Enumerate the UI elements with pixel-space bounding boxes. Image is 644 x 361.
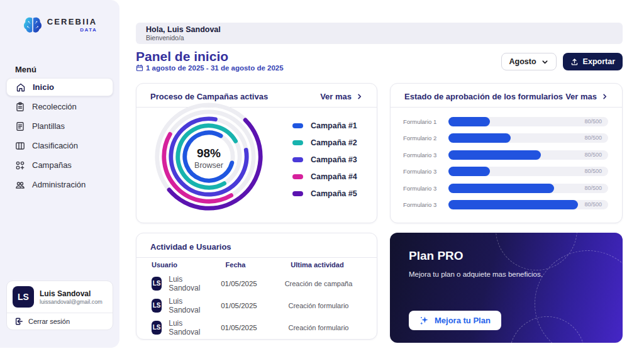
sidebar: CEREBIIA DATA Menú InicioRecolecciónPlan…: [0, 0, 119, 348]
activity-card-header: Actividad e Usuarios: [136, 233, 377, 258]
logout-label: Cerrar sesión: [28, 318, 70, 325]
progress-fill: [448, 150, 541, 160]
sidebar-menu: InicioRecolecciónPlantillasClasificación…: [6, 78, 113, 195]
grid-plus-icon: [15, 160, 25, 170]
upgrade-plan-label: Mejora tu Plan: [435, 316, 491, 325]
chevron-down-icon: [541, 58, 548, 65]
progress-fill: [448, 184, 554, 193]
activity-table-row[interactable]: LSLuis Sandoval01/05/2025Creación formul…: [150, 294, 363, 316]
progress-track: 80/500: [448, 150, 608, 160]
row-activity: Creación de campaña: [274, 280, 363, 287]
chevron-right-icon: [356, 93, 363, 100]
ring-chart-svg: [153, 101, 265, 213]
campaigns-see-more-link[interactable]: Ver mas: [320, 92, 363, 101]
month-filter-value: Agosto: [509, 57, 536, 66]
row-date: 01/05/2025: [204, 302, 274, 309]
progress-fill: [448, 117, 490, 126]
row-avatar: LS: [152, 299, 162, 313]
month-filter-dropdown[interactable]: Agosto: [501, 53, 557, 70]
columns-icon: [15, 141, 25, 151]
page-title: Panel de inicio: [136, 49, 228, 64]
col-usuario: Usuario: [150, 261, 199, 269]
form-progress-row: Formulario 380/500: [403, 197, 608, 214]
legend-item: Campaña #2: [292, 134, 357, 151]
legend-label: Campaña #2: [311, 138, 357, 147]
progress-track: 80/500: [448, 117, 608, 126]
date-range-text: 1 agosto de 2025 - 31 de agosto de 2025: [146, 64, 284, 72]
col-ultima-actividad: Ultima actividad: [272, 261, 363, 269]
plan-pro-card: Plan PRO Mejora tu plan o adquiete mas b…: [390, 233, 623, 343]
sidebar-item-campanas[interactable]: Campañas: [6, 156, 113, 174]
sidebar-item-recoleccion[interactable]: Recolección: [6, 97, 113, 116]
forms-card-header: Estado de aprobación de los formularios …: [391, 84, 622, 108]
row-user: Luis Sandoval: [169, 297, 204, 314]
logout-button[interactable]: Cerrar sesión: [7, 313, 113, 330]
sidebar-item-label: Recolección: [32, 102, 77, 111]
activity-card-title: Actividad e Usuarios: [150, 242, 231, 252]
users-icon: [15, 180, 25, 190]
sidebar-item-plantillas[interactable]: Plantillas: [6, 117, 113, 135]
user-card: LS Luis Sandoval luissandoval@gmail.com …: [6, 280, 113, 330]
legend-item: Campaña #3: [292, 151, 357, 168]
legend-item: Campaña #1: [292, 117, 357, 134]
form-progress-row: Formulario 180/500: [403, 113, 608, 130]
campaigns-legend: Campaña #1Campaña #2Campaña #3Campaña #4…: [292, 117, 357, 202]
legend-swatch: [292, 140, 303, 145]
upgrade-plan-button[interactable]: Mejora tu Plan: [409, 311, 501, 330]
progress-fill: [448, 133, 511, 143]
row-date: 01/05/2025: [204, 280, 274, 287]
forms-bar-chart: Formulario 180/500Formulario 280/500Form…: [403, 113, 608, 213]
progress-value: 80/500: [584, 133, 602, 143]
activity-table-row[interactable]: LSLuis Sandoval01/05/2025Creación de cam…: [150, 272, 363, 294]
document-icon: [15, 121, 25, 131]
sidebar-item-label: Clasificación: [32, 141, 78, 150]
export-label: Exportar: [583, 57, 615, 66]
sidebar-item-clasificacion[interactable]: Clasificación: [6, 136, 113, 155]
progress-track: 80/500: [448, 167, 608, 176]
export-button[interactable]: Exportar: [563, 53, 623, 70]
progress-value: 80/500: [584, 150, 602, 160]
avatar: LS: [13, 286, 34, 308]
form-progress-row: Formulario 380/500: [403, 164, 608, 181]
logout-icon: [14, 317, 23, 326]
clipboard-icon: [15, 102, 25, 112]
welcome-text: Bienvenido/a: [146, 34, 613, 42]
legend-swatch: [292, 191, 303, 196]
form-progress-row: Formulario 280/500: [403, 130, 608, 147]
activity-table-row[interactable]: LSLuis Sandoval01/05/2025Creación formul…: [150, 316, 363, 338]
legend-swatch: [292, 157, 303, 162]
sidebar-item-inicio[interactable]: Inicio: [6, 78, 113, 96]
menu-section-label: Menú: [15, 65, 36, 74]
brain-logo-icon: [23, 16, 43, 34]
row-avatar: LS: [152, 277, 162, 291]
forms-see-more-link[interactable]: Ver mas: [565, 92, 608, 101]
user-profile[interactable]: LS Luis Sandoval luissandoval@gmail.com: [7, 281, 113, 313]
user-name: Luis Sandoval: [40, 289, 103, 299]
legend-swatch: [292, 174, 303, 179]
row-activity: Creación formulario: [274, 324, 363, 331]
form-label: Formulario 2: [403, 135, 440, 142]
home-icon: [16, 82, 26, 92]
progress-fill: [448, 200, 578, 209]
legend-swatch: [292, 123, 303, 128]
see-more-label: Ver mas: [320, 92, 352, 101]
form-label: Formulario 1: [403, 118, 440, 125]
campaigns-card-title: Proceso de Campañas activas: [150, 92, 268, 101]
progress-value: 80/500: [584, 167, 602, 176]
row-user: Luis Sandoval: [169, 275, 204, 292]
legend-label: Campaña #3: [311, 155, 357, 164]
forms-card: Estado de aprobación de los formularios …: [390, 83, 623, 223]
user-email: luissandoval@gmail.com: [40, 299, 103, 305]
form-label: Formulario 3: [403, 152, 440, 158]
progress-fill: [448, 167, 490, 176]
brand-logo: CEREBIIA DATA: [0, 16, 119, 34]
legend-item: Campaña #5: [292, 185, 357, 202]
forms-card-title: Estado de aprobación de los formularios: [404, 92, 563, 101]
campaigns-ring-chart: 98% Browser: [153, 101, 265, 215]
sidebar-item-administracion[interactable]: Administración: [6, 175, 113, 194]
progress-value: 80/500: [584, 200, 602, 209]
chevron-right-icon: [601, 93, 608, 100]
header-actions: Agosto Exportar: [501, 53, 623, 70]
progress-track: 80/500: [448, 133, 608, 143]
legend-label: Campaña #1: [311, 121, 357, 130]
